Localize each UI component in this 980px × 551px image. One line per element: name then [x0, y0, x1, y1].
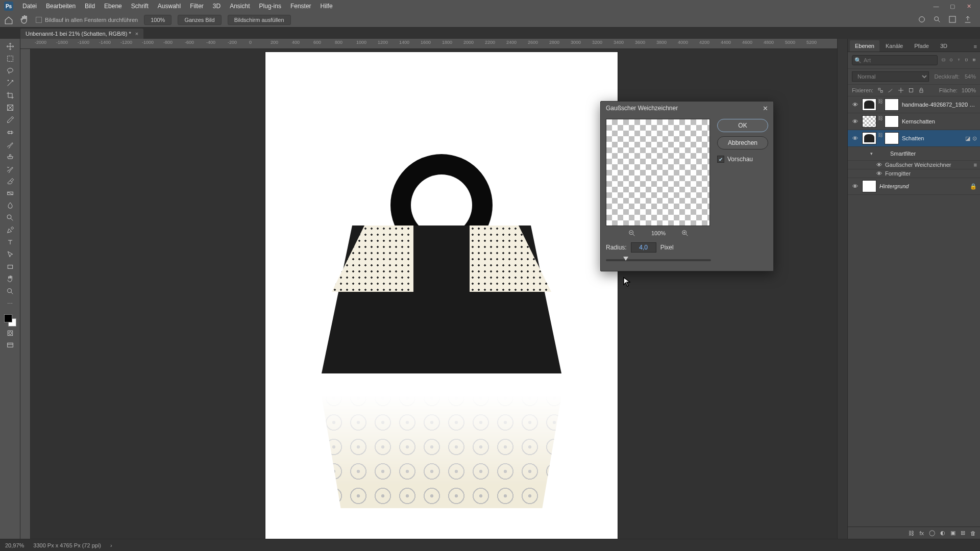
delete-layer-icon[interactable]: 🗑 [970, 530, 976, 536]
lock-pixels-icon[interactable] [888, 87, 894, 93]
lock-transparency-icon[interactable] [877, 87, 884, 93]
filter-type-icon[interactable] [957, 57, 961, 64]
layer-filter-input[interactable] [852, 55, 938, 65]
menu-3d[interactable]: 3D [209, 1, 225, 12]
layer-name[interactable]: handmade-4926872_1920 Kopie [902, 102, 977, 108]
panel-tab-3d[interactable]: 3D [935, 40, 952, 52]
history-brush-tool-icon[interactable] [3, 163, 17, 174]
panel-tab-ebenen[interactable]: Ebenen [850, 40, 879, 52]
quick-mask-icon[interactable] [3, 328, 17, 339]
zoom-tool-icon[interactable] [3, 286, 17, 297]
magic-wand-tool-icon[interactable] [3, 78, 17, 89]
preview-checkbox[interactable]: ✔ Vorschau [717, 156, 768, 163]
smartfilter-item[interactable]: 👁 Formgitter [848, 169, 980, 178]
cloud-share-icon[interactable] [918, 15, 926, 24]
eyedropper-tool-icon[interactable] [3, 114, 17, 126]
dodge-tool-icon[interactable] [3, 212, 17, 223]
scroll-all-windows-checkbox[interactable]: Bildlauf in allen Fenstern durchführen [36, 17, 138, 23]
filter-image-icon[interactable] [942, 57, 945, 64]
slider-thumb-icon[interactable] [623, 257, 628, 261]
layer-name[interactable]: Schatten [902, 135, 962, 141]
menu-filter[interactable]: Filter [186, 1, 208, 12]
fill-screen-button[interactable]: Bildschirm ausfüllen [228, 15, 291, 25]
new-layer-icon[interactable]: ⊞ [961, 530, 965, 536]
cancel-button[interactable]: Abbrechen [717, 136, 768, 149]
color-swatch[interactable] [4, 314, 16, 327]
lock-all-icon[interactable] [918, 87, 924, 93]
fit-screen-button[interactable]: Ganzes Bild [178, 15, 221, 25]
radius-slider[interactable] [606, 257, 711, 264]
menu-ansicht[interactable]: Ansicht [226, 1, 254, 12]
frame-tool-icon[interactable] [3, 102, 17, 113]
screen-mode-icon[interactable] [3, 340, 17, 351]
menu-bild[interactable]: Bild [81, 1, 99, 12]
mask-link-icon[interactable]: ⛓ [878, 132, 883, 144]
filter-toggle-icon[interactable]: ⊙ [972, 135, 977, 142]
layer-row[interactable]: 👁 ⛓ handmade-4926872_1920 Kopie [848, 96, 980, 113]
path-selection-tool-icon[interactable] [3, 249, 17, 260]
layer-name[interactable]: Kernschatten [902, 118, 977, 124]
panel-tab-pfade[interactable]: Pfade [909, 40, 934, 52]
move-tool-icon[interactable] [3, 41, 17, 52]
dialog-titlebar[interactable]: Gaußscher Weichzeichner ✕ [601, 102, 773, 115]
rectangle-tool-icon[interactable] [3, 261, 17, 272]
panel-menu-icon[interactable]: ≡ [971, 41, 980, 52]
menu-datei[interactable]: Datei [18, 1, 41, 12]
status-doc-info[interactable]: 3300 Px x 4765 Px (72 ppi) [33, 542, 101, 548]
visibility-toggle-icon[interactable]: 👁 [876, 170, 882, 177]
visibility-toggle-icon[interactable]: 👁 [851, 135, 859, 141]
document-tab-close-icon[interactable]: × [135, 31, 138, 37]
new-adjustment-icon[interactable]: ◐ [940, 530, 945, 536]
crop-tool-icon[interactable] [3, 90, 17, 101]
menu-bearbeiten[interactable]: Bearbeiten [42, 1, 80, 12]
edit-toolbar-icon[interactable]: ⋯ [3, 298, 17, 309]
opacity-value[interactable]: 54% [965, 73, 976, 80]
document-tab[interactable]: Unbenannt-1 bei 21% (Schatten, RGB/8) * … [20, 29, 143, 39]
window-minimize-icon[interactable]: — [929, 2, 943, 11]
fill-value[interactable]: 100% [962, 87, 976, 93]
menu-schrift[interactable]: Schrift [127, 1, 153, 12]
home-icon[interactable] [4, 16, 13, 24]
brush-tool-icon[interactable] [3, 139, 17, 150]
healing-brush-tool-icon[interactable] [3, 127, 17, 138]
zoom-100-button[interactable]: 100% [144, 15, 172, 25]
clone-stamp-tool-icon[interactable] [3, 151, 17, 162]
visibility-toggle-icon[interactable]: 👁 [876, 162, 882, 168]
pen-tool-icon[interactable] [3, 224, 17, 236]
add-mask-icon[interactable]: ◯ [929, 530, 935, 536]
blend-mode-select[interactable]: Normal [852, 71, 929, 82]
link-layers-icon[interactable]: ⛓ [909, 530, 914, 536]
menu-hilfe[interactable]: Hilfe [316, 1, 337, 12]
window-close-icon[interactable]: ✕ [962, 2, 976, 11]
lasso-tool-icon[interactable] [3, 65, 17, 77]
mask-link-icon[interactable]: ⛓ [878, 98, 883, 111]
layer-row-background[interactable]: 👁 Hintergrund 🔒 [848, 178, 980, 195]
visibility-toggle-icon[interactable]: 👁 [851, 102, 859, 108]
dialog-close-icon[interactable]: ✕ [763, 105, 768, 112]
new-group-icon[interactable]: ▣ [950, 530, 955, 536]
zoom-in-icon[interactable] [681, 229, 689, 237]
layer-name[interactable]: Hintergrund [879, 183, 967, 189]
panel-tab-kanaele[interactable]: Kanäle [880, 40, 908, 52]
ok-button[interactable]: OK [717, 119, 768, 132]
marquee-tool-icon[interactable] [3, 53, 17, 64]
menu-auswahl[interactable]: Auswahl [154, 1, 185, 12]
search-icon[interactable] [933, 15, 941, 24]
dialog-preview[interactable] [606, 119, 710, 226]
lock-position-icon[interactable] [898, 87, 904, 93]
menu-ebene[interactable]: Ebene [100, 1, 126, 12]
visibility-toggle-icon[interactable]: 👁 [851, 183, 859, 189]
status-zoom[interactable]: 20,97% [5, 542, 24, 548]
workspace-icon[interactable] [948, 15, 957, 24]
share-export-icon[interactable] [964, 15, 972, 24]
filter-adjustment-icon[interactable] [949, 57, 953, 64]
status-arrow-icon[interactable]: › [110, 542, 112, 548]
smartfilter-item[interactable]: 👁 Gaußscher Weichzeichner ≡ [848, 161, 980, 169]
collapse-arrow-icon[interactable]: ▾ [870, 151, 873, 156]
menu-fenster[interactable]: Fenster [286, 1, 315, 12]
blur-tool-icon[interactable] [3, 200, 17, 211]
hand-tool-toolbox-icon[interactable] [3, 273, 17, 285]
lock-icon[interactable]: 🔒 [970, 183, 977, 190]
collapsed-panel-strip[interactable] [837, 39, 847, 539]
filter-blending-icon[interactable]: ≡ [974, 162, 977, 168]
